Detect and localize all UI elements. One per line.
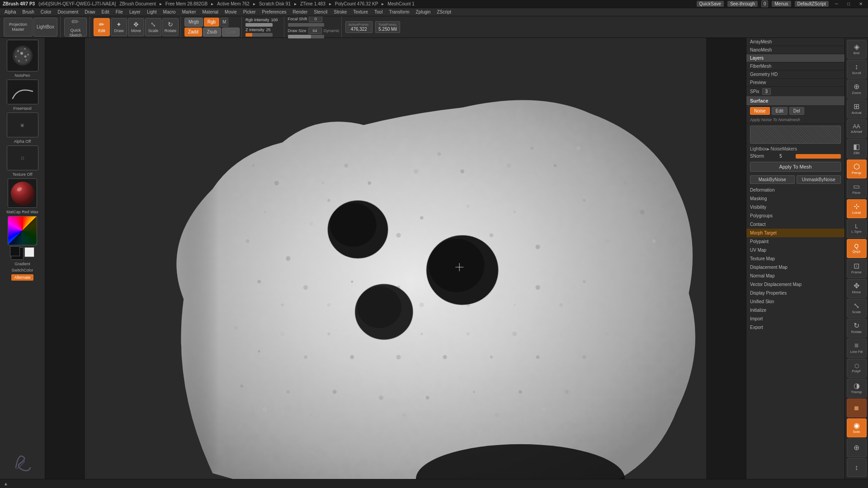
material-preview[interactable] — [8, 178, 37, 208]
draw-size-val[interactable]: 64 — [308, 28, 322, 34]
display-properties-item[interactable]: Display Properties — [746, 289, 844, 297]
texture-map-item[interactable]: Texture Map — [746, 254, 844, 263]
array-mesh-item[interactable]: ArrayMesh — [746, 38, 844, 46]
menu-layer[interactable]: Layer — [127, 9, 143, 15]
menu-texture[interactable]: Texture — [350, 9, 371, 15]
scroll-btn[interactable]: ↕ Scroll — [847, 60, 867, 79]
preview-item[interactable]: Preview — [746, 79, 844, 87]
qxyz-btn[interactable]: Q Qxyz — [847, 239, 867, 258]
menu-tool[interactable]: Tool — [372, 9, 385, 15]
menu-document[interactable]: Document — [55, 9, 81, 15]
quick-sketch-btn[interactable]: ✏ Quick Sketch — [64, 18, 87, 37]
focal-shift-slider[interactable] — [288, 23, 324, 27]
move-btn[interactable]: ✥ Move — [128, 18, 144, 36]
fiber-mesh-item[interactable]: FiberMesh — [746, 62, 844, 70]
alternate-btn[interactable]: Alternate — [11, 274, 33, 281]
misc-btn-1[interactable]: ⊕ — [847, 438, 867, 457]
projection-master-btn[interactable]: ProjectionMaster — [4, 18, 33, 37]
geometry-hd-item[interactable]: Geometry HD — [746, 70, 844, 79]
viewport-canvas[interactable] — [45, 38, 746, 479]
snorm-slider[interactable] — [796, 154, 841, 159]
polygroups-item[interactable]: Polygroups — [746, 211, 844, 220]
surface-header[interactable]: Surface — [746, 96, 844, 106]
menus-btn[interactable]: Menus — [772, 1, 791, 7]
menu-stencil[interactable]: Stencil — [311, 9, 330, 15]
dynamic-label[interactable]: Dynamic — [324, 28, 340, 33]
menu-stroke[interactable]: Stroke — [331, 9, 349, 15]
strip-move-btn[interactable]: ✥ Move — [847, 279, 867, 298]
menu-material[interactable]: Material — [200, 9, 222, 15]
persp-btn[interactable]: ⬡ Persp — [847, 160, 867, 178]
lightbox-btn[interactable]: LightBox — [33, 18, 57, 37]
z-intensity-slider[interactable] — [245, 33, 273, 37]
rgb-btn[interactable]: Rgb — [204, 18, 219, 27]
menu-marker[interactable]: Marker — [179, 9, 198, 15]
uv-map-item[interactable]: UV Map — [746, 246, 844, 254]
close-btn[interactable]: ✕ — [856, 1, 865, 7]
solo-btn[interactable]: ◉ Solo — [847, 418, 867, 437]
focal-shift-val[interactable]: 0 — [309, 16, 322, 22]
brush-preview[interactable] — [7, 40, 38, 71]
unified-skin-item[interactable]: Unified Skin — [746, 297, 844, 306]
canvas-area[interactable] — [45, 38, 746, 479]
floor-btn[interactable]: ▭ Floor — [847, 179, 867, 198]
layers-item[interactable]: Layers — [746, 54, 844, 62]
see-through-btn[interactable]: See-through — [727, 1, 758, 7]
menu-transform[interactable]: Transform — [386, 9, 412, 15]
noise-btn[interactable]: Noise — [750, 107, 770, 115]
mrgb-btn[interactable]: Mrgb — [184, 18, 203, 27]
draw-btn[interactable]: ✦ Draw — [111, 18, 127, 36]
menu-render[interactable]: Render — [290, 9, 311, 15]
menu-movie[interactable]: Movie — [222, 9, 240, 15]
unmask-by-noise-btn[interactable]: UnmaskByNoise — [797, 175, 841, 184]
strip-rotate-btn[interactable]: ↻ Rotate — [847, 319, 867, 338]
aahalf-btn[interactable]: AA AAHalf — [847, 119, 867, 138]
apply-mesh-btn[interactable]: Apply To Mesh — [750, 162, 841, 172]
zsub-btn[interactable]: Zsub — [203, 28, 221, 37]
rotate-btn[interactable]: ↻ Rotate — [162, 18, 179, 36]
menu-light[interactable]: Light — [144, 9, 160, 15]
zadd-btn[interactable]: Zadd — [184, 28, 202, 37]
mask-by-noise-btn[interactable]: MaskByNoise — [750, 175, 795, 184]
nano-mesh-item[interactable]: NanoMesh — [746, 46, 844, 54]
strip-scale-btn[interactable]: ⤡ Scale — [847, 299, 867, 318]
brown-btn[interactable]: ■ — [847, 399, 867, 418]
rgb-intensity-slider[interactable] — [245, 23, 273, 27]
import-item[interactable]: Import — [746, 314, 844, 323]
menu-picker[interactable]: Picker — [241, 9, 259, 15]
lsym-btn[interactable]: L L Sym — [847, 219, 867, 238]
menu-brush[interactable]: Brush — [20, 9, 37, 15]
surface-del-btn[interactable]: Del — [789, 107, 804, 115]
surface-edit-btn[interactable]: Edit — [772, 107, 788, 115]
transp-btn[interactable]: ◑ Transp — [847, 379, 867, 398]
menu-macro[interactable]: Macro — [160, 9, 179, 15]
lightbox-noise-row[interactable]: Lightbox▸ NoiseMakers — [746, 145, 844, 152]
zbil-btn[interactable]: ◧ ZBil — [847, 139, 867, 158]
brill-btn[interactable]: ◈ Brill — [847, 40, 867, 59]
maximize-btn[interactable]: □ — [844, 1, 853, 7]
contact-item[interactable]: Contact — [746, 220, 844, 229]
zoom-btn[interactable]: ⊕ Zoom — [847, 80, 867, 99]
background-color[interactable] — [24, 247, 34, 257]
masking-item[interactable]: Masking — [746, 194, 844, 203]
scale-btn[interactable]: ⤡ Scale — [145, 18, 161, 36]
color-picker[interactable] — [8, 216, 37, 245]
deformation-item[interactable]: Deformation — [746, 186, 844, 194]
initialize-item[interactable]: Initialize — [746, 306, 844, 314]
misc-btn-2[interactable]: ↕ — [847, 458, 867, 477]
quicksave-btn[interactable]: QuickSave — [697, 1, 724, 7]
menu-zscript[interactable]: ZScript — [434, 9, 454, 15]
foreground-color[interactable] — [11, 247, 24, 260]
displacement-map-item[interactable]: Displacement Map — [746, 263, 844, 272]
menu-draw[interactable]: Draw — [82, 9, 98, 15]
polyf-btn[interactable]: ⬡ PolyF — [847, 359, 867, 378]
morph-target-item[interactable]: Morph Target — [746, 229, 844, 237]
texture-preview[interactable]: ⊡ — [7, 145, 38, 170]
zscript-btn[interactable]: DefaultZScript — [795, 1, 829, 7]
vector-displacement-map-item[interactable]: Vector Displacement Map — [746, 280, 844, 289]
menu-edit[interactable]: Edit — [99, 9, 112, 15]
menu-preferences[interactable]: Preferences — [259, 9, 289, 15]
line-fill-btn[interactable]: ≡ Line Fill — [847, 338, 867, 357]
menu-color[interactable]: Color — [38, 9, 54, 15]
minimize-btn[interactable]: ─ — [832, 1, 841, 7]
